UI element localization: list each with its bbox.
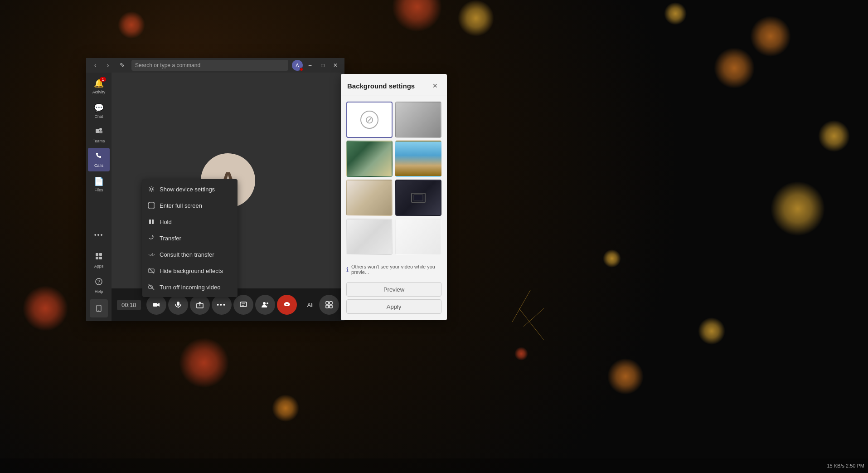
share-button[interactable] [190, 295, 210, 315]
svg-rect-30 [152, 219, 154, 224]
layout-button[interactable] [319, 295, 339, 315]
chat-button[interactable] [233, 295, 253, 315]
sidebar-item-activity[interactable]: 🔔 Activity 1 [88, 74, 110, 98]
bg-thumb-dark[interactable] [395, 180, 441, 216]
bottom-bar-text: 15 KB/s 2:50 PM [827, 463, 864, 468]
menu-item-hide-background[interactable]: Hide background effects [142, 263, 238, 279]
panel-actions: Preview Apply [341, 278, 447, 320]
hide-background-label: Hide background effects [160, 268, 223, 274]
calls-icon [95, 151, 103, 162]
consult-transfer-label: Consult then transfer [160, 251, 214, 258]
svg-line-34 [149, 284, 154, 290]
hold-label: Hold [160, 219, 172, 225]
svg-rect-0 [96, 129, 99, 133]
files-label: Files [94, 188, 103, 192]
bg-thumb-modern[interactable] [346, 180, 393, 216]
menu-item-full-screen[interactable]: Enter full screen [142, 197, 238, 214]
avatar[interactable]: A [292, 60, 303, 71]
svg-rect-28 [149, 203, 154, 208]
svg-point-21 [267, 302, 268, 304]
end-call-button[interactable] [277, 295, 297, 315]
menu-item-turn-off-video[interactable]: Turn off incoming video [142, 279, 238, 295]
context-menu: Show device settings Enter full screen H… [142, 179, 238, 297]
teams-icon [95, 127, 103, 137]
activity-label: Activity [92, 90, 106, 94]
help-label: Help [95, 289, 103, 294]
mic-button[interactable] [168, 295, 188, 315]
bg-thumb-office[interactable] [346, 141, 393, 177]
svg-rect-4 [99, 253, 102, 256]
menu-item-transfer[interactable]: Transfer [142, 230, 238, 246]
compose-button[interactable]: ✎ [117, 60, 128, 71]
sidebar-item-chat[interactable]: 💬 Chat [88, 99, 110, 122]
panel-info: ℹ Others won't see your video while you … [341, 260, 447, 278]
svg-rect-29 [149, 219, 151, 224]
bg-thumb-white2[interactable] [395, 219, 441, 255]
device-button[interactable] [90, 299, 108, 317]
title-bar: ‹ › ✎ Search or type a command A – □ ✕ [86, 58, 344, 73]
svg-rect-24 [330, 302, 332, 304]
video-button[interactable] [146, 295, 166, 315]
menu-item-device-settings[interactable]: Show device settings [142, 181, 238, 197]
svg-rect-23 [326, 302, 329, 304]
teams-label: Teams [93, 139, 105, 143]
device-settings-label: Show device settings [160, 186, 215, 193]
svg-point-27 [150, 188, 153, 190]
help-icon: ? [95, 278, 103, 288]
bg-thumb-sky[interactable] [395, 141, 441, 177]
panel-close-button[interactable]: ✕ [430, 80, 441, 91]
svg-rect-25 [326, 305, 329, 308]
sidebar-item-more[interactable]: ••• [88, 223, 110, 247]
full-screen-label: Enter full screen [160, 202, 202, 209]
search-placeholder: Search or type a command [135, 62, 200, 68]
bg-thumb-white1[interactable] [346, 219, 393, 255]
consult-transfer-icon [148, 251, 155, 258]
close-button[interactable]: ✕ [330, 60, 341, 71]
sidebar-item-files[interactable]: 📄 Files [88, 172, 110, 196]
chat-label: Chat [94, 114, 103, 119]
back-button[interactable]: ‹ [90, 60, 101, 71]
panel-title: Background settings [347, 82, 415, 90]
sidebar-item-calls[interactable]: Calls [88, 148, 110, 171]
status-badge [300, 68, 303, 71]
bottom-bar: 15 KB/s 2:50 PM [0, 458, 868, 473]
svg-text:?: ? [97, 279, 100, 284]
no-bg-icon: ⊘ [360, 111, 378, 129]
menu-item-consult-transfer[interactable]: Consult then transfer [142, 246, 238, 263]
apps-label: Apps [94, 264, 104, 268]
transfer-label: Transfer [160, 235, 181, 242]
minimize-button[interactable]: – [305, 60, 315, 71]
transfer-icon [148, 234, 155, 242]
svg-marker-12 [157, 303, 160, 307]
info-text: Others won't see your video while you pr… [351, 264, 441, 275]
chat-icon: 💬 [94, 103, 104, 113]
more-button[interactable]: ••• [212, 295, 232, 315]
maximize-button[interactable]: □ [317, 60, 328, 71]
people-button[interactable] [255, 295, 275, 315]
svg-rect-11 [153, 303, 157, 307]
bg-settings-panel: Background settings ✕ ⊘ ℹ Others won't s… [341, 74, 447, 320]
svg-rect-2 [99, 131, 102, 133]
hide-background-icon [148, 267, 155, 274]
forward-button[interactable]: › [102, 60, 113, 71]
svg-rect-17 [240, 302, 247, 307]
apply-button[interactable]: Apply [346, 299, 441, 314]
device-settings-icon [148, 185, 155, 193]
apps-icon [95, 252, 103, 263]
search-bar[interactable]: Search or type a command [131, 60, 288, 71]
preview-button[interactable]: Preview [346, 282, 441, 297]
files-icon: 📄 [94, 176, 104, 186]
nav-buttons: ‹ › [90, 60, 113, 71]
menu-item-hold[interactable]: Hold [142, 214, 238, 230]
call-timer: 00:18 [117, 300, 141, 310]
sidebar-bottom: ••• Apps [88, 223, 110, 319]
bg-thumbnail-grid: ⊘ [341, 96, 447, 260]
sidebar-item-help[interactable]: ? Help [88, 274, 110, 297]
bg-thumb-none[interactable]: ⊘ [346, 102, 393, 138]
bg-thumb-blur[interactable] [395, 102, 441, 138]
full-screen-icon [148, 202, 155, 209]
turn-off-video-label: Turn off incoming video [160, 284, 220, 291]
more-dots-icon: ••• [217, 301, 226, 308]
sidebar-item-apps[interactable]: Apps [88, 249, 110, 272]
sidebar-item-teams[interactable]: Teams [88, 123, 110, 147]
